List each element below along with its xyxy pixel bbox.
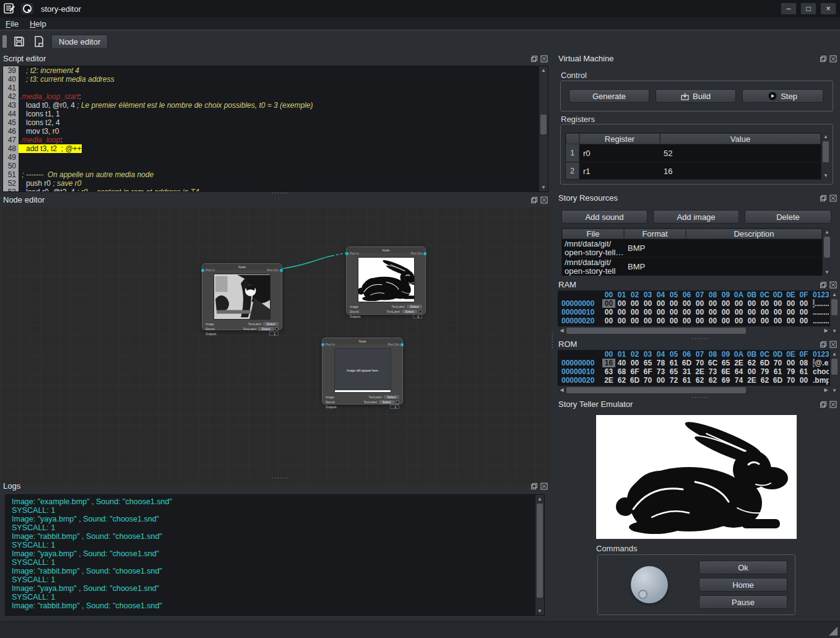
hex-byte[interactable]: 68 xyxy=(615,367,628,376)
hex-byte[interactable]: 6D xyxy=(758,359,771,367)
hex-byte[interactable]: 00 xyxy=(602,317,615,325)
hex-byte[interactable]: 00 xyxy=(615,299,628,308)
hex-byte[interactable]: 65 xyxy=(641,359,654,367)
scroll-left-icon[interactable]: ◀ xyxy=(558,326,566,335)
scrollbar-handle[interactable] xyxy=(824,237,830,258)
minimize-button[interactable]: – xyxy=(781,2,797,15)
add-sound-button[interactable]: Add sound xyxy=(561,210,647,224)
node-editor-toolbar-button[interactable]: Node editor xyxy=(51,35,108,49)
float-panel-icon[interactable] xyxy=(820,55,827,63)
hex-byte[interactable]: 73 xyxy=(654,367,667,376)
registers-vscrollbar[interactable]: ▲ ▼ xyxy=(821,133,830,180)
float-panel-icon[interactable] xyxy=(820,194,827,202)
hex-byte[interactable]: 6D xyxy=(771,376,784,385)
hex-byte[interactable]: 00 xyxy=(784,359,797,367)
menu-file[interactable]: File xyxy=(0,18,24,30)
hex-byte[interactable]: 2E xyxy=(745,376,758,385)
hex-byte[interactable]: 00 xyxy=(654,299,667,308)
port-out[interactable]: Port Out xyxy=(267,268,283,272)
hex-row[interactable]: 000000001640006578616D706C652E626D700008… xyxy=(558,359,830,367)
scrollbar-handle[interactable] xyxy=(566,328,746,334)
file-column-header[interactable]: File xyxy=(562,229,624,239)
select-image-button[interactable]: Select xyxy=(384,395,399,399)
ram-vscrollbar[interactable]: ▲ ▼ xyxy=(830,291,839,335)
hex-byte[interactable]: 00 xyxy=(784,317,797,325)
hex-byte[interactable]: 00 xyxy=(732,299,745,308)
port-dot-icon[interactable] xyxy=(321,343,324,346)
register-row[interactable]: 2r116 xyxy=(566,162,821,180)
hex-byte[interactable]: 2E xyxy=(693,367,706,376)
scroll-down-icon[interactable]: ▼ xyxy=(830,327,839,335)
hex-byte[interactable]: 00 xyxy=(641,308,654,317)
scroll-down-icon[interactable]: ▼ xyxy=(821,172,830,180)
wheel-knob[interactable] xyxy=(631,566,668,603)
hex-byte[interactable]: 62 xyxy=(693,376,706,385)
hex-byte[interactable]: 69 xyxy=(719,376,732,385)
hex-byte[interactable]: 00 xyxy=(706,299,719,308)
hex-byte[interactable]: 00 xyxy=(628,308,641,317)
close-panel-icon[interactable] xyxy=(829,194,837,202)
hex-byte[interactable]: 00 xyxy=(797,299,810,308)
node-canvas[interactable]: Node Port In Port Out ImageTextLabelSele… xyxy=(1,206,550,485)
hex-byte[interactable]: 6F xyxy=(641,367,654,376)
hex-byte[interactable]: 00 xyxy=(654,376,667,385)
float-panel-icon[interactable] xyxy=(530,196,538,204)
scrollbar-handle[interactable] xyxy=(540,115,547,134)
hex-byte[interactable]: 00 xyxy=(758,299,771,308)
hex-byte[interactable]: 00 xyxy=(732,308,745,317)
home-button[interactable]: Home xyxy=(699,578,787,592)
script-line[interactable]: 42.media_loop_start: xyxy=(3,92,548,101)
hex-byte[interactable]: 6C xyxy=(706,359,719,367)
hex-byte[interactable]: 00 xyxy=(771,299,784,308)
select-sound-button[interactable]: Select xyxy=(379,400,394,404)
script-line[interactable]: 52 push r0 ; save r0 xyxy=(3,179,548,188)
float-panel-icon[interactable] xyxy=(820,341,827,348)
hex-byte[interactable]: 70 xyxy=(771,359,784,367)
script-editor[interactable]: 39 ; t2: increment 440 ; t3: current med… xyxy=(2,66,548,192)
scroll-down-icon[interactable]: ▼ xyxy=(539,183,548,191)
hex-byte[interactable]: 63 xyxy=(602,367,615,376)
hex-byte[interactable]: 00 xyxy=(706,317,719,325)
hex-byte[interactable]: 79 xyxy=(758,367,771,376)
script-line[interactable]: 43 load t0, @r0, 4 ; Le premier élément … xyxy=(3,101,548,110)
port-out[interactable]: Port Out xyxy=(410,251,426,255)
hex-byte[interactable]: 08 xyxy=(797,359,810,367)
hex-byte[interactable]: 00 xyxy=(745,299,758,308)
logs-output[interactable]: Image: "example.bmp" , Sound: "choose1.s… xyxy=(5,494,545,616)
hex-byte[interactable]: 00 xyxy=(641,317,654,325)
hex-byte[interactable]: 00 xyxy=(628,359,641,367)
register-column-header[interactable]: Register xyxy=(579,133,660,144)
scroll-right-icon[interactable]: ▶ xyxy=(822,386,830,395)
hex-byte[interactable]: 00 xyxy=(680,299,693,308)
scroll-up-icon[interactable]: ▲ xyxy=(823,228,831,236)
script-line[interactable]: 39 ; t2: increment 4 xyxy=(3,66,548,75)
scroll-up-icon[interactable]: ▲ xyxy=(535,495,544,503)
outputs-spinbox[interactable]: 1 xyxy=(413,314,422,318)
hex-row[interactable]: 0000001000000000000000000000000000000000… xyxy=(558,308,830,317)
splitter-handle[interactable]: ······ xyxy=(271,476,288,479)
play-sound-icon[interactable] xyxy=(418,310,422,313)
rom-vscrollbar[interactable]: ▲ ▼ xyxy=(830,350,839,395)
script-editor-vscrollbar[interactable]: ▲ ▼ xyxy=(539,66,548,191)
float-panel-icon[interactable] xyxy=(530,483,538,490)
port-dot-icon[interactable] xyxy=(201,269,204,272)
toolbar-drag-handle[interactable] xyxy=(2,35,7,48)
scrollbar-handle[interactable] xyxy=(831,299,838,315)
hex-byte[interactable]: 00 xyxy=(706,308,719,317)
media-node-rabbit[interactable]: Node Port In Port Out ImageTextLabelSele… xyxy=(346,247,426,315)
select-sound-button[interactable]: Select xyxy=(402,310,417,313)
script-line[interactable]: 41 xyxy=(3,84,548,92)
new-document-button[interactable] xyxy=(32,34,46,49)
hex-byte[interactable]: 00 xyxy=(615,308,628,317)
hex-byte[interactable]: 74 xyxy=(732,376,745,385)
hex-byte[interactable]: 00 xyxy=(745,367,758,376)
resources-vscrollbar[interactable]: ▲ ▼ xyxy=(823,228,831,276)
float-panel-icon[interactable] xyxy=(820,281,827,289)
scroll-left-icon[interactable]: ◀ xyxy=(558,386,566,395)
hex-byte[interactable]: 00 xyxy=(628,317,641,325)
script-line[interactable]: 49 xyxy=(3,153,548,162)
scroll-up-icon[interactable]: ▲ xyxy=(830,350,839,358)
outputs-spinbox[interactable]: 1 xyxy=(269,331,279,336)
scroll-up-icon[interactable]: ▲ xyxy=(821,133,830,141)
hex-byte[interactable]: 00 xyxy=(693,317,706,325)
